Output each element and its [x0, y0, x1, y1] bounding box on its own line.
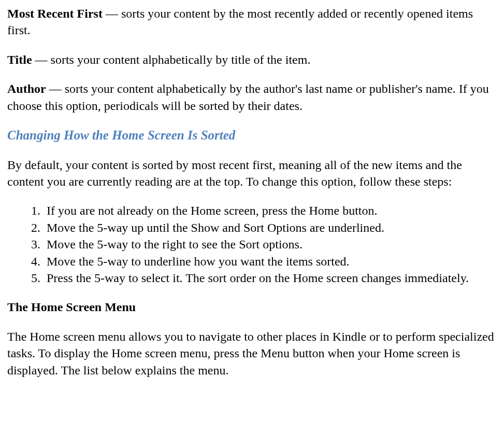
list-item: Move the 5-way up until the Show and Sor…: [44, 219, 497, 236]
menu-desc-paragraph: The Home screen menu allows you to navig…: [7, 328, 497, 379]
definition-title: Title — sorts your content alphabeticall…: [7, 51, 497, 68]
heading-home-screen-menu: The Home Screen Menu: [7, 299, 497, 315]
list-item: If you are not already on the Home scree…: [44, 202, 497, 219]
heading-changing-sort: Changing How the Home Screen Is Sorted: [7, 127, 497, 144]
definition-desc: sorts your content alphabetically by the…: [7, 82, 489, 112]
definition-term: Title: [7, 53, 32, 66]
steps-list: If you are not already on the Home scree…: [7, 202, 497, 286]
definition-term: Author: [7, 82, 46, 95]
intro-paragraph: By default, your content is sorted by mo…: [7, 157, 497, 190]
definition-author: Author — sorts your content alphabetical…: [7, 80, 497, 114]
list-item: Move the 5-way to the right to see the S…: [44, 236, 497, 253]
definition-most-recent-first: Most Recent First — sorts your content b…: [7, 5, 497, 39]
definition-sep: —: [46, 82, 65, 95]
definition-desc: sorts your content alphabetically by tit…: [51, 53, 311, 66]
list-item: Move the 5-way to underline how you want…: [44, 253, 497, 270]
list-item: Press the 5-way to select it. The sort o…: [44, 270, 497, 286]
definition-sep: —: [32, 53, 51, 66]
definition-sep: —: [103, 7, 121, 20]
definition-term: Most Recent First: [7, 7, 103, 20]
